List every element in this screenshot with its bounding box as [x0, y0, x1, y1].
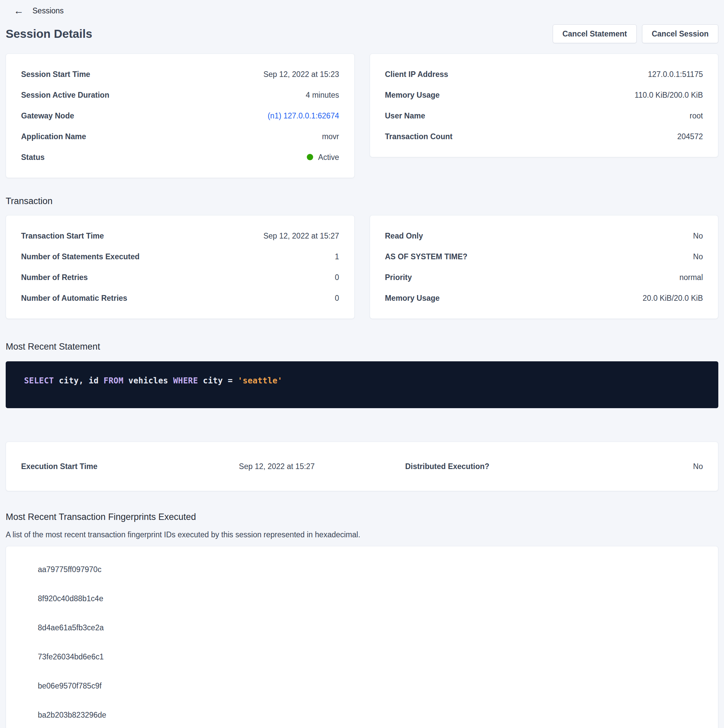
user-name-value: root	[690, 110, 703, 121]
session-start-time-row: Session Start Time Sep 12, 2022 at 15:23	[21, 69, 339, 80]
session-info-card: Session Start Time Sep 12, 2022 at 15:23…	[6, 54, 355, 178]
retries-value: 0	[335, 272, 339, 283]
transaction-grid: Transaction Start Time Sep 12, 2022 at 1…	[6, 215, 718, 319]
sql-statement-box: SELECT city, id FROM vehicles WHERE city…	[6, 361, 718, 408]
client-ip-label: Client IP Address	[385, 69, 448, 80]
priority-value: normal	[680, 272, 703, 283]
sql-text: city =	[198, 376, 238, 385]
user-name-row: User Name root	[385, 110, 703, 121]
fingerprint-item: 73fe26034bd6e6c1	[38, 651, 703, 662]
fingerprints-card: aa79775ff097970c 8f920c40d88b1c4e 8d4ae6…	[6, 546, 718, 728]
read-only-label: Read Only	[385, 230, 423, 242]
back-to-sessions-link[interactable]: ← Sessions	[14, 6, 64, 16]
fingerprints-description: A list of the most recent transaction fi…	[6, 530, 718, 539]
transaction-count-row: Transaction Count 204572	[385, 131, 703, 142]
transaction-start-time-label: Transaction Start Time	[21, 230, 104, 242]
status-active-dot-icon	[307, 154, 313, 160]
page-title: Session Details	[6, 27, 92, 40]
page-header: Session Details Cancel Statement Cancel …	[6, 22, 718, 46]
fingerprint-item: ba2b203b823296de	[38, 709, 703, 720]
as-of-system-time-row: AS OF SYSTEM TIME? No	[385, 251, 703, 262]
client-ip-row: Client IP Address 127.0.0.1:51175	[385, 69, 703, 80]
distributed-execution-label: Distributed Execution?	[362, 461, 533, 472]
as-of-system-time-value: No	[693, 251, 703, 262]
retries-row: Number of Retries 0	[21, 272, 339, 283]
automatic-retries-label: Number of Automatic Retries	[21, 292, 127, 304]
back-arrow-icon: ←	[14, 6, 24, 16]
session-start-time-label: Session Start Time	[21, 69, 90, 80]
statement-section-title: Most Recent Statement	[6, 342, 718, 352]
session-summary-grid: Session Start Time Sep 12, 2022 at 15:23…	[6, 54, 718, 178]
as-of-system-time-label: AS OF SYSTEM TIME?	[385, 251, 468, 262]
sql-keyword: FROM	[104, 376, 124, 385]
transaction-props-card: Read Only No AS OF SYSTEM TIME? No Prior…	[370, 215, 719, 319]
read-only-value: No	[693, 230, 703, 242]
sql-keyword: SELECT	[24, 376, 54, 385]
client-ip-value: 127.0.0.1:51175	[648, 69, 703, 80]
fingerprint-item: be06e9570f785c9f	[38, 680, 703, 691]
transaction-memory-usage-value: 20.0 KiB/20.0 KiB	[643, 292, 703, 304]
retries-label: Number of Retries	[21, 272, 88, 283]
read-only-row: Read Only No	[385, 230, 703, 242]
client-info-card: Client IP Address 127.0.0.1:51175 Memory…	[370, 54, 719, 157]
gateway-node-row: Gateway Node (n1) 127.0.0.1:62674	[21, 110, 339, 121]
transaction-count-value: 204572	[677, 131, 703, 142]
transaction-count-label: Transaction Count	[385, 131, 453, 142]
execution-start-time-value: Sep 12, 2022 at 15:27	[192, 461, 362, 472]
application-name-label: Application Name	[21, 131, 86, 142]
priority-row: Priority normal	[385, 272, 703, 283]
sql-text: vehicles	[124, 376, 173, 385]
application-name-value: movr	[322, 131, 339, 142]
sql-text: city, id	[54, 376, 104, 385]
status-label: Status	[21, 151, 44, 163]
session-memory-usage-label: Memory Usage	[385, 89, 440, 101]
gateway-node-link[interactable]: (n1) 127.0.0.1:62674	[268, 110, 339, 121]
gateway-node-label: Gateway Node	[21, 110, 74, 121]
header-actions: Cancel Statement Cancel Session	[553, 24, 718, 43]
session-memory-usage-value: 110.0 KiB/200.0 KiB	[635, 89, 703, 101]
session-memory-usage-row: Memory Usage 110.0 KiB/200.0 KiB	[385, 89, 703, 101]
sql-keyword: WHERE	[173, 376, 198, 385]
statements-executed-row: Number of Statements Executed 1	[21, 251, 339, 262]
breadcrumb: ← Sessions	[6, 3, 718, 18]
fingerprints-section-title: Most Recent Transaction Fingerprints Exe…	[6, 512, 718, 522]
status-value: Active	[307, 151, 339, 163]
priority-label: Priority	[385, 272, 412, 283]
fingerprint-item: aa79775ff097970c	[38, 564, 703, 575]
transaction-info-card: Transaction Start Time Sep 12, 2022 at 1…	[6, 215, 355, 319]
session-active-duration-value: 4 minutes	[306, 89, 339, 101]
status-badge: Active	[318, 153, 339, 162]
transaction-section-title: Transaction	[6, 196, 718, 206]
automatic-retries-row: Number of Automatic Retries 0	[21, 292, 339, 304]
transaction-memory-usage-row: Memory Usage 20.0 KiB/20.0 KiB	[385, 292, 703, 304]
back-link-label: Sessions	[32, 6, 64, 15]
automatic-retries-value: 0	[335, 292, 339, 304]
session-active-duration-row: Session Active Duration 4 minutes	[21, 89, 339, 101]
transaction-start-time-value: Sep 12, 2022 at 15:27	[263, 230, 339, 242]
statements-executed-value: 1	[335, 251, 339, 262]
fingerprint-item: 8f920c40d88b1c4e	[38, 593, 703, 604]
transaction-start-time-row: Transaction Start Time Sep 12, 2022 at 1…	[21, 230, 339, 242]
statements-executed-label: Number of Statements Executed	[21, 251, 139, 262]
user-name-label: User Name	[385, 110, 425, 121]
session-start-time-value: Sep 12, 2022 at 15:23	[263, 69, 339, 80]
distributed-execution-value: No	[533, 461, 703, 472]
status-row: Status Active	[21, 151, 339, 163]
application-name-row: Application Name movr	[21, 131, 339, 142]
execution-summary-card: Execution Start Time Sep 12, 2022 at 15:…	[6, 442, 718, 491]
session-details-page: ← Sessions Session Details Cancel Statem…	[0, 0, 724, 728]
cancel-session-button[interactable]: Cancel Session	[642, 24, 718, 43]
execution-start-time-label: Execution Start Time	[21, 461, 192, 472]
sql-string-literal: 'seattle'	[238, 376, 283, 385]
cancel-statement-button[interactable]: Cancel Statement	[553, 24, 637, 43]
session-active-duration-label: Session Active Duration	[21, 89, 109, 101]
fingerprint-item: 8d4ae61a5fb3ce2a	[38, 622, 703, 633]
transaction-memory-usage-label: Memory Usage	[385, 292, 440, 304]
